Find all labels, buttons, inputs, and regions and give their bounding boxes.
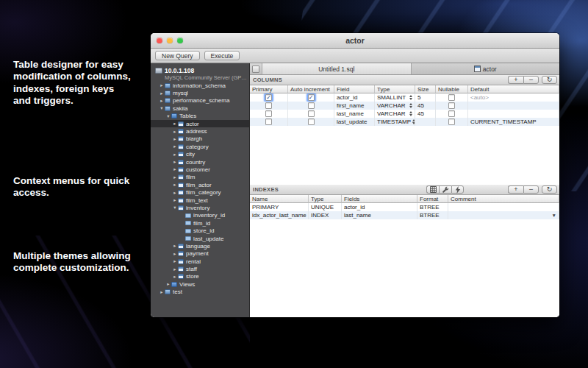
remove-index-button[interactable]: –	[523, 185, 539, 194]
column-header-auto-increment[interactable]: Auto increment	[288, 85, 334, 93]
auto-increment-checkbox[interactable]	[308, 118, 315, 125]
columns-row-actor_id[interactable]: ✓✓actor_idSMALLINT5<auto>	[250, 93, 559, 102]
expand-icon[interactable]: ▸	[172, 151, 178, 158]
sidebar-item-last_update[interactable]: last_update	[151, 235, 249, 242]
field-cell[interactable]: last_update	[334, 118, 375, 126]
sidebar-item-tables[interactable]: ▾Tables	[151, 113, 249, 120]
collapse-icon[interactable]: ▾	[172, 204, 178, 211]
sidebar-item-film_category[interactable]: ▸film_category	[151, 188, 249, 196]
index-format-cell[interactable]: BTREE	[417, 203, 448, 211]
column-header-default[interactable]: Default	[468, 85, 559, 93]
sidebar-item-address[interactable]: ▸address	[151, 127, 249, 135]
expand-icon[interactable]: ▸	[172, 181, 178, 188]
sidebar-item-test[interactable]: ▸test	[151, 289, 249, 296]
index-header-type[interactable]: Type	[309, 195, 342, 203]
index-name-cell[interactable]: idx_actor_last_name	[250, 211, 309, 219]
auto-increment-checkbox[interactable]	[308, 102, 315, 109]
sidebar-item-city[interactable]: ▸city	[151, 151, 249, 158]
sidebar-item-film[interactable]: ▸film	[151, 174, 249, 181]
sidebar-item-information_schema[interactable]: ▸information_schema	[151, 82, 249, 89]
columns-row-last_update[interactable]: last_updateTIMESTAMPCURRENT_TIMESTAMP	[250, 118, 559, 126]
expand-icon[interactable]: ▸	[172, 128, 178, 135]
expand-icon[interactable]: ▸	[172, 174, 178, 181]
sidebar-item-rental[interactable]: ▸rental	[151, 258, 249, 265]
close-button[interactable]	[157, 38, 162, 43]
type-cell[interactable]: SMALLINT	[375, 93, 415, 102]
index-header-format[interactable]: Format	[417, 195, 448, 203]
expand-icon[interactable]: ▸	[172, 143, 178, 150]
sidebar-host[interactable]: 10.0.1.108	[151, 66, 249, 74]
sidebar-item-film_text[interactable]: ▸film_text	[151, 197, 249, 204]
default-cell[interactable]	[468, 110, 559, 118]
index-header-comment[interactable]: Comment	[448, 195, 559, 203]
index-actions-button[interactable]	[451, 185, 464, 194]
sidebar-item-actor[interactable]: ▸actor	[151, 120, 249, 127]
expand-icon[interactable]: ▸	[165, 280, 171, 288]
index-type-cell[interactable]: UNIQUE	[309, 203, 342, 211]
type-stepper[interactable]	[408, 95, 412, 100]
size-cell[interactable]	[415, 118, 436, 126]
primary-checkbox[interactable]: ✓	[265, 94, 272, 101]
nullable-checkbox[interactable]	[448, 118, 455, 125]
type-cell[interactable]: VARCHAR	[375, 102, 415, 110]
columns-row-first_name[interactable]: first_nameVARCHAR45	[250, 102, 559, 110]
expand-icon[interactable]: ▸	[172, 197, 178, 204]
index-tools-button[interactable]	[439, 185, 451, 194]
columns-row-last_name[interactable]: last_nameVARCHAR45	[250, 110, 559, 118]
field-cell[interactable]: first_name	[334, 102, 375, 110]
sidebar-item-inventory_id[interactable]: inventory_id	[151, 212, 249, 219]
sidebar-item-blargh[interactable]: ▸blargh	[151, 135, 249, 143]
expand-icon[interactable]: ▸	[172, 258, 178, 265]
sidebar-item-payment[interactable]: ▸payment	[151, 250, 249, 258]
size-cell[interactable]: 45	[415, 102, 436, 110]
sidebar-item-film_id[interactable]: film_id	[151, 219, 249, 227]
type-stepper[interactable]	[408, 103, 412, 108]
nullable-checkbox[interactable]	[448, 110, 455, 117]
column-header-primary[interactable]: Primary	[250, 85, 288, 93]
collapse-icon[interactable]: ▾	[165, 113, 171, 120]
tab-untitled-1-sql[interactable]: Untitled 1.sql	[262, 63, 412, 74]
primary-checkbox[interactable]	[265, 110, 272, 117]
dropdown-arrow-icon[interactable]: ▼	[552, 213, 556, 218]
index-name-cell[interactable]: PRIMARY	[250, 203, 309, 211]
index-header-fields[interactable]: Fields	[342, 195, 417, 203]
sidebar-item-film_actor[interactable]: ▸film_actor	[151, 181, 249, 188]
type-cell[interactable]: TIMESTAMP	[375, 118, 415, 126]
index-header-name[interactable]: Name	[250, 195, 309, 203]
title-bar[interactable]: actor	[151, 33, 559, 49]
nullable-checkbox[interactable]	[448, 94, 455, 101]
expand-icon[interactable]: ▸	[159, 90, 165, 97]
column-header-field[interactable]: Field	[334, 85, 375, 93]
index-row-idx_actor_last_name[interactable]: idx_actor_last_nameINDEXlast_nameBTREE▼	[250, 211, 559, 219]
column-header-size[interactable]: Size	[415, 85, 436, 93]
default-cell[interactable]	[468, 102, 559, 110]
expand-icon[interactable]: ▸	[159, 82, 165, 89]
minimize-button[interactable]	[167, 38, 173, 43]
type-stepper[interactable]	[408, 111, 412, 116]
sidebar-item-customer[interactable]: ▸customer	[151, 166, 249, 173]
index-row-primary[interactable]: PRIMARYUNIQUEactor_idBTREE	[250, 203, 559, 211]
execute-button[interactable]: Execute	[204, 51, 240, 60]
sidebar-item-sakila[interactable]: ▾sakila	[151, 105, 249, 112]
expand-icon[interactable]: ▸	[172, 166, 178, 173]
expand-icon[interactable]: ▸	[172, 120, 178, 127]
remove-column-button[interactable]: –	[523, 76, 539, 84]
column-header-nullable[interactable]: Nullable	[436, 85, 468, 93]
type-cell[interactable]: VARCHAR	[375, 110, 415, 118]
add-index-button[interactable]: +	[508, 185, 523, 194]
sidebar-item-performance_schema[interactable]: ▸performance_schema	[151, 97, 249, 105]
index-grid-view-button[interactable]	[426, 185, 439, 194]
expand-icon[interactable]: ▸	[172, 266, 178, 273]
sidebar-item-country[interactable]: ▸country	[151, 158, 249, 166]
size-cell[interactable]: 5	[415, 93, 436, 102]
sidebar-item-views[interactable]: ▸Views	[151, 280, 249, 288]
expand-icon[interactable]: ▸	[172, 189, 178, 197]
index-fields-cell[interactable]: actor_id	[342, 203, 417, 211]
tab-actor[interactable]: actor	[412, 63, 560, 74]
expand-icon[interactable]: ▸	[172, 273, 178, 280]
index-comment-cell[interactable]: ▼	[448, 211, 559, 219]
sidebar-item-store[interactable]: ▸store	[151, 273, 249, 280]
sidebar-item-category[interactable]: ▸category	[151, 143, 249, 150]
add-column-button[interactable]: +	[508, 76, 523, 84]
primary-checkbox[interactable]	[265, 102, 272, 109]
